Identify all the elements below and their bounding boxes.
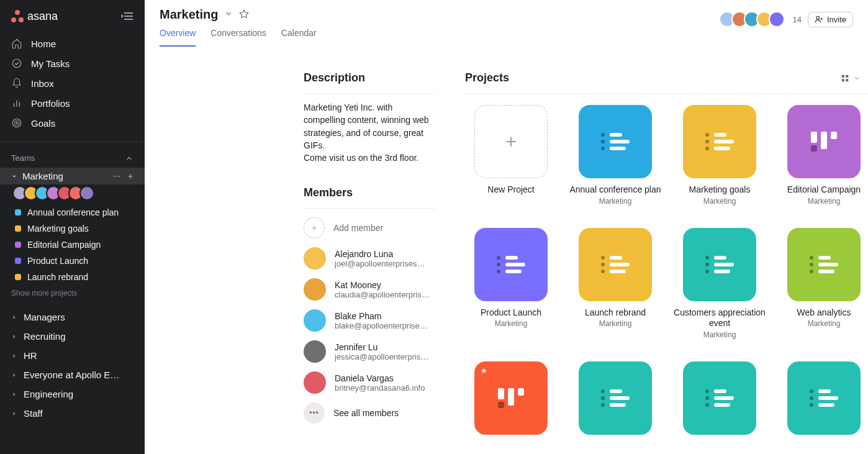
- member-email: blake@apolloenterprise…: [335, 321, 428, 330]
- member-email: britney@randasana6.info: [335, 383, 425, 393]
- project-card-label: Customers appreciation event: [674, 307, 766, 329]
- invite-label: Invite: [827, 15, 846, 24]
- member-row[interactable]: Blake Pham blake@apolloenterprise…: [304, 309, 435, 332]
- header-member-stack[interactable]: [719, 11, 781, 27]
- nav-portfolios[interactable]: Portfolios: [0, 93, 145, 113]
- project-card[interactable]: Product Launch Marketing: [465, 228, 557, 339]
- sidebar-team-item[interactable]: Managers: [0, 307, 145, 327]
- board-glyph-icon: [498, 388, 524, 408]
- tab-calendar[interactable]: Calendar: [281, 28, 317, 47]
- svg-marker-16: [13, 316, 15, 319]
- see-all-members[interactable]: ••• See all members: [304, 402, 435, 424]
- member-row[interactable]: Jennifer Lu jessica@apolloenterpris…: [304, 340, 435, 363]
- sidebar-team-item[interactable]: Engineering: [0, 384, 145, 404]
- project-card[interactable]: Launch rebrand Marketing: [569, 228, 661, 339]
- sidebar: asana Home My Tasks: [0, 0, 145, 454]
- sidebar-collapse-button[interactable]: [121, 9, 136, 24]
- list-glyph-icon: [705, 386, 734, 410]
- project-card[interactable]: [778, 361, 868, 435]
- projects-title: Projects: [465, 71, 509, 84]
- tabs: OverviewConversationsCalendar: [160, 28, 317, 47]
- invite-button[interactable]: Invite: [808, 12, 853, 27]
- project-card[interactable]: Web analytics Marketing: [778, 228, 868, 339]
- header-avatar: [769, 11, 785, 27]
- brand-logo[interactable]: asana: [11, 10, 58, 23]
- project-card[interactable]: Editorial Campaign Marketing: [778, 105, 868, 206]
- topbar: Marketing OverviewConversationsCalendar …: [145, 0, 868, 47]
- add-member-label: Add member: [333, 223, 383, 233]
- project-card-team: Marketing: [778, 197, 868, 206]
- sidebar-team-item[interactable]: Everyone at Apollo E…: [0, 365, 145, 384]
- svg-point-9: [16, 122, 17, 124]
- sidebar-project-item[interactable]: Launch rebrand: [0, 269, 145, 285]
- team-marketing[interactable]: Marketing: [0, 168, 145, 184]
- plus-dashed-icon: [304, 217, 325, 238]
- sidebar-team-label: Staff: [24, 408, 43, 419]
- sidebar-team-item[interactable]: HR: [0, 346, 145, 365]
- project-tile: [579, 228, 652, 301]
- add-member-button[interactable]: Add member: [304, 217, 435, 238]
- project-card-label: Launch rebrand: [569, 307, 661, 319]
- project-card[interactable]: Marketing goals Marketing: [674, 105, 766, 206]
- project-card-label: Web analytics: [778, 307, 868, 319]
- chevron-down-icon: [224, 9, 233, 18]
- member-row[interactable]: Daniela Vargas britney@randasana6.info: [304, 371, 435, 394]
- sidebar-project-item[interactable]: Editorial Campaign: [0, 237, 145, 253]
- more-icon[interactable]: [112, 172, 121, 181]
- board-glyph-icon: [811, 132, 837, 152]
- sidebar-project-item[interactable]: Annual conference plan: [0, 204, 145, 220]
- title-dropdown[interactable]: [224, 9, 233, 20]
- tab-overview[interactable]: Overview: [160, 28, 196, 47]
- project-card[interactable]: Customers appreciation event Marketing: [674, 228, 766, 339]
- sidebar-project-label: Marketing goals: [27, 224, 89, 234]
- show-more-projects[interactable]: Show more projects: [0, 285, 145, 307]
- list-glyph-icon: [497, 253, 525, 276]
- project-tile: [787, 105, 861, 178]
- teams-section-header[interactable]: Teams: [0, 145, 145, 168]
- nav-my-tasks[interactable]: My Tasks: [0, 53, 145, 73]
- nav-goals[interactable]: Goals: [0, 113, 145, 133]
- view-toggle[interactable]: [841, 74, 861, 83]
- tab-conversations[interactable]: Conversations: [210, 28, 266, 47]
- avatar: [304, 278, 326, 301]
- project-card[interactable]: Annual conference plan Marketing: [569, 105, 661, 206]
- list-glyph-icon: [601, 386, 630, 410]
- project-card[interactable]: [674, 361, 766, 435]
- see-all-members-label: See all members: [333, 408, 399, 418]
- favorite-button[interactable]: [239, 9, 249, 20]
- svg-point-8: [14, 120, 19, 125]
- member-row[interactable]: Alejandro Luna joel@apolloenterprises…: [304, 247, 435, 270]
- sidebar-team-item[interactable]: Recruiting: [0, 327, 145, 346]
- sidebar-project-item[interactable]: Marketing goals: [0, 220, 145, 237]
- list-glyph-icon: [810, 386, 838, 410]
- plus-icon[interactable]: [126, 172, 135, 181]
- new-project-card[interactable]: New Project: [465, 105, 557, 206]
- project-color-dot: [15, 274, 21, 280]
- svg-marker-10: [13, 175, 16, 177]
- member-name: Daniela Vargas: [335, 373, 425, 383]
- logo-icon: [11, 10, 24, 22]
- home-icon: [11, 38, 22, 49]
- nav-inbox[interactable]: Inbox: [0, 73, 145, 93]
- project-card[interactable]: [569, 361, 661, 435]
- project-card[interactable]: ★: [465, 361, 557, 435]
- caret-right-icon: [11, 411, 17, 417]
- sidebar-team-item[interactable]: Staff: [0, 404, 145, 423]
- svg-point-11: [114, 176, 115, 177]
- project-card-team: Marketing: [569, 197, 661, 206]
- nav-home[interactable]: Home: [0, 34, 145, 53]
- sidebar-project-item[interactable]: Product Launch: [0, 253, 145, 269]
- star-icon: [239, 9, 249, 19]
- member-row[interactable]: Kat Mooney claudia@apolloenterpris…: [304, 278, 435, 301]
- project-color-dot: [15, 242, 21, 248]
- target-icon: [11, 117, 22, 129]
- primary-nav: Home My Tasks Inbox Portfolios: [0, 30, 145, 139]
- project-tile: [474, 228, 548, 301]
- member-email: joel@apolloenterprises…: [335, 259, 425, 268]
- star-icon: ★: [481, 366, 487, 375]
- svg-marker-18: [13, 354, 15, 358]
- project-tile: [787, 361, 861, 435]
- project-card-team: Marketing: [674, 197, 766, 206]
- new-project-label: New Project: [465, 184, 557, 196]
- left-panel: Description Marketing Yeti Inc. with com…: [304, 71, 435, 454]
